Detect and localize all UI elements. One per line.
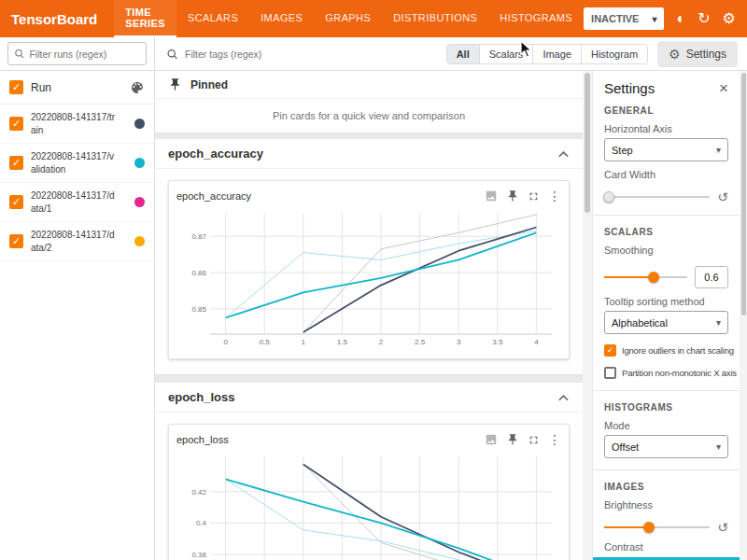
svg-text:2: 2 [379,338,384,346]
pin-icon[interactable] [506,189,519,203]
gear-icon[interactable]: ⚙ [723,11,736,26]
tooltip-sorting-select[interactable]: Alphabetical ▾ [604,311,728,334]
status-label: INACTIVE [591,13,639,24]
run-color-dot [134,119,145,129]
close-icon[interactable]: × [719,80,728,96]
slider-knob[interactable] [648,272,659,283]
run-row-validation[interactable]: ✓ 20220808-141317/validation [0,144,154,183]
runs-filter-box[interactable] [7,42,147,65]
tags-filter-input[interactable] [185,49,435,60]
pin-icon[interactable] [506,433,519,446]
chevron-down-icon: ▾ [716,145,721,155]
tab-scalars[interactable]: SCALARS [176,0,249,37]
card-area: epoch_loss ⋮ [155,413,583,560]
run-checkbox[interactable]: ✓ [9,195,23,209]
pinned-section-header: Pinned [155,71,583,99]
settings-panel-title: Settings [604,80,655,96]
divider [593,215,740,216]
tab-time-series[interactable]: TIME SERIES [114,0,176,37]
runs-filter-input[interactable] [29,49,140,60]
checkbox-icon [604,367,616,379]
gear-icon: ⚙ [669,47,681,62]
svg-text:0.87: 0.87 [191,232,206,241]
histogram-mode-select[interactable]: Offset ▾ [604,435,728,458]
partition-x-axis-checkbox[interactable]: Partition non-monotonic X axis i [604,367,728,379]
scrollbar-thumb[interactable] [741,73,746,315]
scalar-card-epoch-loss: epoch_loss ⋮ [168,424,570,560]
scrollbar-thumb[interactable] [585,73,590,213]
theme-toggle-icon[interactable]: ◐ [676,11,685,26]
reset-icon[interactable]: ↺ [717,190,728,203]
more-options-icon[interactable]: ⋮ [548,433,561,446]
smoothing-label: Smoothing [604,245,728,256]
svg-text:0.5: 0.5 [260,338,271,346]
runs-header-row: ✓ Run [0,71,154,105]
epoch-loss-chart[interactable]: 00.511.522.533.540.360.380.40.42 [176,449,561,560]
histograms-heading: HISTOGRAMS [604,402,728,413]
svg-text:3.5: 3.5 [492,338,503,346]
svg-text:0: 0 [223,338,228,346]
pinned-hint-text: Pin cards for a quick view and compariso… [155,99,583,133]
run-row-data-1[interactable]: ✓ 20220808-141317/data/1 [0,183,154,222]
more-options-icon[interactable]: ⋮ [548,189,561,203]
fullscreen-icon[interactable] [528,434,540,446]
chevron-up-icon[interactable] [557,393,570,402]
tab-distributions[interactable]: DISTRIBUTIONS [382,0,488,37]
section-epoch-loss: epoch_loss epoch_loss [155,383,583,560]
run-checkbox[interactable]: ✓ [9,117,23,131]
slider-track[interactable] [604,526,710,528]
reload-status-dropdown[interactable]: INACTIVE ▾ [584,7,664,30]
app-title: TensorBoard [0,11,114,27]
checkbox-icon: ✓ [604,344,616,357]
section-header-epoch-loss[interactable]: epoch_loss [155,383,583,413]
plugin-filter-group: All Scalars Image Histogram [446,44,648,64]
histogram-mode-label: Mode [604,420,728,431]
chevron-up-icon[interactable] [557,149,570,159]
main-nav: TIME SERIES SCALARS IMAGES GRAPHS DISTRI… [114,0,584,37]
slider-track[interactable] [604,276,687,278]
section-title: epoch_accuracy [168,147,263,161]
filter-pill-all[interactable]: All [447,45,479,63]
smoothing-slider: 0.6 [604,266,728,288]
tags-filter-box[interactable] [155,37,446,70]
filter-pill-scalars[interactable]: Scalars [479,45,533,63]
tab-graphs[interactable]: GRAPHS [314,0,382,37]
horizontal-axis-label: Horizontal Axis [604,123,728,134]
fullscreen-icon[interactable] [528,190,540,203]
refresh-icon[interactable]: ↻ [698,11,710,26]
card-header: epoch_accuracy ⋮ [176,187,561,205]
filter-pill-histogram[interactable]: Histogram [581,45,647,63]
slider-knob[interactable] [603,191,614,203]
filter-pill-image[interactable]: Image [532,45,581,63]
card-title: epoch_accuracy [176,190,251,202]
tab-histograms[interactable]: HISTOGRAMS [488,0,584,37]
run-checkbox[interactable]: ✓ [9,234,23,248]
section-header-epoch-accuracy[interactable]: epoch_accuracy [155,139,583,169]
topbar-actions: INACTIVE ▾ ◐ ↻ ⚙ ? [584,7,747,30]
settings-button[interactable]: ⚙ Settings [657,41,738,67]
palette-icon[interactable] [130,80,145,95]
svg-text:0.86: 0.86 [191,269,206,277]
horizontal-axis-select[interactable]: Step ▾ [604,138,728,161]
reset-icon[interactable]: ↺ [717,521,728,534]
run-color-dot [134,158,145,168]
ignore-outliers-checkbox[interactable]: ✓ Ignore outliers in chart scaling [604,344,728,357]
image-fit-icon[interactable] [485,189,498,203]
run-row-data-2[interactable]: ✓ 20220808-141317/data/2 [0,222,154,261]
tab-images[interactable]: IMAGES [249,0,314,37]
brightness-slider: ↺ [604,521,728,534]
slider-knob[interactable] [643,522,655,533]
image-fit-icon[interactable] [485,433,498,446]
chevron-down-icon: ▾ [716,317,721,328]
epoch-accuracy-chart[interactable]: 00.511.522.533.540.850.860.87 [176,205,561,353]
run-checkbox[interactable]: ✓ [9,156,23,170]
svg-text:4: 4 [534,338,539,346]
select-all-runs-checkbox[interactable]: ✓ [9,80,23,94]
run-row-train[interactable]: ✓ 20220808-141317/train [0,105,154,144]
chevron-down-icon: ▾ [652,14,656,24]
card-area: epoch_accuracy ⋮ [155,169,583,375]
smoothing-value-input[interactable]: 0.6 [695,266,728,288]
pinned-label: Pinned [190,78,228,91]
chevron-down-icon: ▾ [716,441,721,452]
slider-track[interactable] [604,196,710,198]
